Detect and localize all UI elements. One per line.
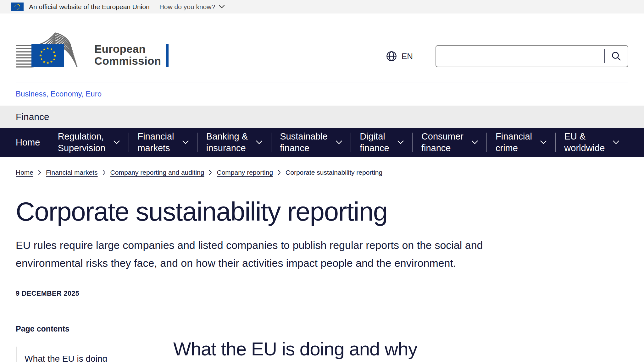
search-icon — [611, 51, 621, 61]
nav-item-label: Digital finance — [360, 131, 389, 154]
nav-item-label: Financial crime — [496, 131, 532, 154]
nav-item-label: Home — [16, 137, 40, 148]
european-commission-logo[interactable]: European Commission — [16, 30, 169, 68]
chevron-down-icon — [256, 140, 262, 144]
nav-item-consumer-finance[interactable]: Consumer finance — [421, 131, 478, 154]
breadcrumb: HomeFinancial marketsCompany reporting a… — [16, 169, 628, 176]
section-heading: What the EU is doing and why — [173, 338, 417, 360]
nav-divider — [555, 133, 556, 152]
language-selector[interactable]: EN — [386, 51, 413, 62]
page-intro: EU rules require large companies and lis… — [16, 236, 550, 272]
content-row: Page contents What the EU is doing and w… — [16, 324, 628, 362]
breadcrumb-link-2[interactable]: Company reporting and auditing — [110, 169, 204, 176]
nav-item-eu-worldwide[interactable]: EU & worldwide — [564, 131, 619, 154]
nav-item-label: EU & worldwide — [564, 131, 605, 154]
site-theme-row: Business, Economy, Euro — [0, 83, 644, 106]
theme-link-business-economy-euro[interactable]: Business, Economy, Euro — [16, 90, 102, 98]
nav-item-financial-crime[interactable]: Financial crime — [496, 131, 547, 154]
official-site-text: An official website of the European Unio… — [29, 3, 150, 11]
site-section-band: Finance — [0, 106, 644, 128]
page-contents-item-0[interactable]: What the EU is doing and why — [16, 347, 124, 362]
chevron-down-icon — [472, 140, 478, 144]
chevron-down-icon — [114, 140, 120, 144]
chevron-down-icon — [219, 5, 225, 8]
page-title: Corporate sustainability reporting — [16, 196, 628, 227]
nav-item-label: Financial markets — [137, 131, 174, 154]
nav-divider — [129, 133, 129, 152]
main-navigation: HomeRegulation, SupervisionFinancial mar… — [0, 128, 644, 157]
nav-item-label: Sustainable finance — [280, 131, 328, 154]
page-date: 9 DECEMBER 2025 — [16, 290, 628, 298]
nav-item-home[interactable]: Home — [16, 137, 40, 148]
chevron-right-icon — [209, 170, 212, 175]
nav-item-digital-finance[interactable]: Digital finance — [360, 131, 404, 154]
breadcrumb-link-0[interactable]: Home — [16, 169, 33, 176]
main-nav-list: HomeRegulation, SupervisionFinancial mar… — [16, 128, 628, 157]
logo-line-2: Commission — [94, 55, 161, 67]
chevron-right-icon — [103, 170, 106, 175]
search-button[interactable] — [610, 50, 623, 63]
nav-item-label: Consumer finance — [421, 131, 464, 154]
breadcrumb-link-3[interactable]: Company reporting — [217, 169, 273, 176]
nav-item-regulation-supervision[interactable]: Regulation, Supervision — [58, 131, 120, 154]
chevron-down-icon — [540, 140, 547, 144]
logo-blue-bar — [166, 44, 169, 67]
commission-logo-wordmark: European Commission — [94, 43, 161, 67]
nav-divider — [271, 133, 271, 152]
official-top-bar: An official website of the European Unio… — [0, 0, 644, 14]
page-contents-list: What the EU is doing and why — [16, 347, 160, 362]
search-input[interactable] — [442, 47, 604, 66]
nav-item-label: Regulation, Supervision — [58, 131, 106, 154]
chevron-down-icon — [613, 140, 619, 144]
nav-divider — [49, 133, 49, 152]
logo-line-1: European — [94, 43, 161, 55]
nav-divider — [197, 133, 197, 152]
eu-flag-icon — [11, 3, 24, 11]
chevron-down-icon — [182, 140, 189, 144]
search-divider — [604, 49, 605, 63]
page-contents-title: Page contents — [16, 324, 160, 333]
nav-item-label: Banking & insurance — [206, 131, 248, 154]
nav-item-sustainable-finance[interactable]: Sustainable finance — [280, 131, 342, 154]
nav-divider — [412, 133, 413, 152]
chevron-right-icon — [38, 170, 41, 175]
how-do-you-know-link[interactable]: How do you know? — [159, 3, 225, 11]
page-contents: Page contents What the EU is doing and w… — [16, 324, 160, 362]
nav-divider — [351, 133, 351, 152]
chevron-right-icon — [278, 170, 281, 175]
site-section-title: Finance — [16, 112, 49, 122]
breadcrumb-link-1[interactable]: Financial markets — [46, 169, 98, 176]
nav-item-financial-markets[interactable]: Financial markets — [137, 131, 188, 154]
nav-divider — [628, 133, 628, 152]
how-do-you-know-label: How do you know? — [159, 3, 215, 11]
header-actions: EN — [386, 45, 628, 67]
language-code: EN — [402, 52, 413, 61]
chevron-down-icon — [336, 140, 342, 144]
nav-item-banking-insurance[interactable]: Banking & insurance — [206, 131, 262, 154]
breadcrumb-current: Corporate sustainability reporting — [286, 169, 382, 176]
nav-divider — [486, 133, 487, 152]
chevron-down-icon — [397, 140, 404, 144]
site-header: European Commission EN — [0, 14, 644, 83]
search-box — [436, 45, 628, 67]
globe-icon — [386, 51, 397, 62]
commission-logo-graphic — [16, 30, 85, 68]
